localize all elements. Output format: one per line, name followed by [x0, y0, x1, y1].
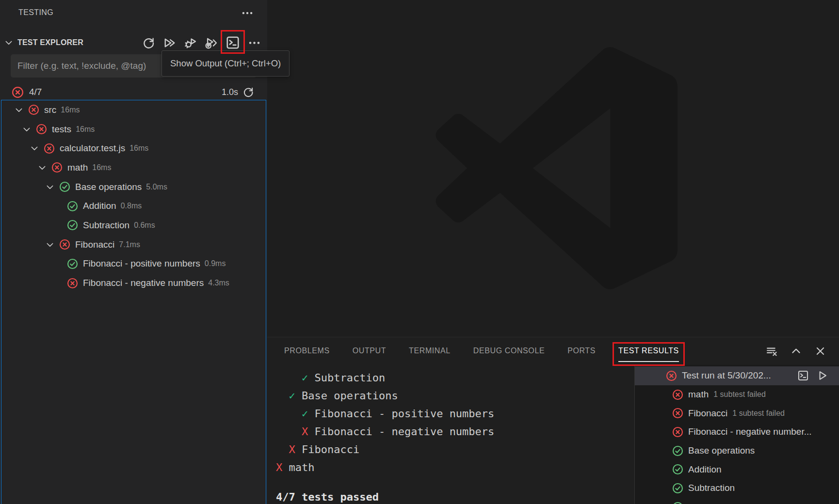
- test-explorer-header[interactable]: TEST EXPLORER: [0, 30, 267, 55]
- chevron-down-icon[interactable]: [14, 105, 24, 115]
- output-indent: [276, 443, 289, 456]
- show-output-button[interactable]: [226, 35, 240, 50]
- test-tree-row[interactable]: math16ms: [1, 158, 266, 177]
- chevron-down-icon[interactable]: [22, 125, 32, 134]
- chevron-down-icon[interactable]: [45, 182, 55, 192]
- clear-output-icon[interactable]: [766, 345, 778, 357]
- test-tree-row[interactable]: calculator.test.js16ms: [1, 139, 266, 158]
- pass-mark: ✓: [289, 390, 295, 402]
- run-all-tests-icon[interactable]: [163, 36, 176, 49]
- test-tree-row[interactable]: Fibonacci - negative numbers4.3ms: [1, 273, 266, 293]
- output-indent: [276, 390, 289, 402]
- sidebar-more-actions-icon[interactable]: [241, 7, 254, 19]
- test-label: src: [44, 105, 56, 115]
- run-row-actions: [797, 366, 828, 385]
- output-text: Fibonacci - negative numbers: [308, 425, 494, 438]
- tab-terminal[interactable]: TERMINAL: [409, 337, 451, 364]
- chevron-down-icon[interactable]: [30, 143, 39, 153]
- output-text: Base operations: [295, 390, 398, 402]
- panel-actions: [766, 337, 826, 364]
- tab-problems[interactable]: PROBLEMS: [284, 337, 330, 364]
- bottom-panel: PROBLEMSOUTPUTTERMINALDEBUG CONSOLEPORTS…: [267, 337, 839, 504]
- test-label: Subtraction: [83, 220, 129, 231]
- test-duration: 4.3ms: [208, 279, 229, 287]
- error-icon: [672, 426, 683, 438]
- chevron-down-icon[interactable]: [45, 240, 55, 250]
- test-run-row[interactable]: Test run at 5/30/202...: [635, 366, 839, 385]
- tab-test-results[interactable]: TEST RESULTS: [618, 337, 679, 364]
- test-result-row[interactable]: Fibonacci - negative number...: [635, 423, 839, 441]
- error-icon: [12, 86, 24, 98]
- tab-label: PROBLEMS: [284, 346, 330, 355]
- failed-count: 4/7: [12, 82, 42, 102]
- test-result-row[interactable]: Subtraction: [635, 479, 839, 498]
- test-tree-row[interactable]: Addition0.8ms: [1, 196, 266, 216]
- test-result-row[interactable]: [635, 498, 839, 504]
- pass-icon: [67, 220, 78, 231]
- refresh-tests-icon[interactable]: [142, 36, 155, 49]
- output-line: ✓ Subtraction: [276, 369, 634, 387]
- pass-icon: [672, 502, 683, 504]
- chevron-down-icon[interactable]: [4, 38, 14, 47]
- test-run-history-tree: Test run at 5/30/202...math1 subtest fai…: [634, 365, 839, 504]
- result-label: Fibonacci: [688, 408, 727, 419]
- error-icon: [666, 370, 677, 381]
- tab-label: OUTPUT: [353, 346, 386, 355]
- test-tree-row[interactable]: Subtraction0.6ms: [1, 216, 266, 235]
- test-result-row[interactable]: Addition: [635, 460, 839, 479]
- test-tree-row[interactable]: Fibonacci - positive numbers0.9ms: [1, 254, 266, 274]
- output-line: X Fibonacci: [276, 441, 634, 458]
- output-text: math: [282, 461, 314, 473]
- close-panel-icon[interactable]: [814, 345, 826, 357]
- test-tree-row[interactable]: Fibonacci7.1ms: [1, 235, 266, 254]
- tab-output[interactable]: OUTPUT: [353, 337, 386, 364]
- show-run-output-icon[interactable]: [797, 370, 809, 381]
- output-indent: [276, 425, 302, 438]
- test-duration: 7.1ms: [119, 240, 140, 249]
- error-icon: [28, 104, 39, 115]
- test-duration: 16ms: [61, 106, 80, 114]
- test-result-row[interactable]: Fibonacci1 subtest failed: [635, 404, 839, 423]
- run-tests-with-coverage-icon[interactable]: [205, 36, 218, 49]
- output-indent: [276, 372, 302, 384]
- output-line: X Fibonacci - negative numbers: [276, 423, 634, 441]
- error-icon: [59, 239, 70, 250]
- tooltip: Show Output (Ctrl+; Ctrl+O): [161, 50, 290, 77]
- tab-debug-console[interactable]: DEBUG CONSOLE: [473, 337, 545, 364]
- failed-ratio: 4/7: [29, 87, 42, 97]
- pass-icon: [672, 483, 683, 494]
- output-line: X math: [276, 458, 634, 476]
- result-subtext: 1 subtest failed: [732, 409, 785, 418]
- test-tree-row[interactable]: tests16ms: [1, 120, 266, 139]
- test-duration: 16ms: [76, 125, 95, 134]
- error-icon: [672, 389, 683, 400]
- tab-ports[interactable]: PORTS: [567, 337, 596, 364]
- editor-area: [267, 0, 839, 337]
- error-icon: [44, 143, 55, 154]
- more-actions-icon[interactable]: [248, 36, 261, 49]
- output-text: Subtraction: [308, 372, 385, 384]
- pass-icon: [672, 464, 683, 475]
- result-label: Fibonacci - negative number...: [688, 426, 812, 437]
- output-text: Fibonacci: [295, 443, 359, 456]
- output-lines: ✓ Subtraction ✓ Base operations ✓ Fibona…: [267, 364, 634, 504]
- test-results-output[interactable]: ✓ Subtraction ✓ Base operations ✓ Fibona…: [267, 364, 634, 504]
- debug-tests-icon[interactable]: [184, 36, 197, 49]
- test-explorer-title: TEST EXPLORER: [17, 38, 83, 47]
- tooltip-text: Show Output (Ctrl+; Ctrl+O): [170, 58, 281, 69]
- chevron-down-icon[interactable]: [37, 163, 47, 173]
- rerun-icon[interactable]: [817, 370, 828, 381]
- pass-icon: [672, 445, 683, 457]
- maximize-panel-icon[interactable]: [790, 345, 802, 357]
- output-indent: [276, 408, 302, 420]
- test-tree-row[interactable]: src16ms: [1, 100, 266, 120]
- test-result-row[interactable]: Base operations: [635, 441, 839, 460]
- test-tree-row[interactable]: Base operations5.0ms: [1, 177, 266, 197]
- test-result-row[interactable]: math1 subtest failed: [635, 385, 839, 404]
- tab-label: DEBUG CONSOLE: [473, 346, 545, 355]
- sidebar-title-bar: TESTING: [0, 0, 267, 25]
- annotation-red-box: [613, 342, 685, 366]
- pass-icon: [67, 258, 78, 269]
- test-label: Fibonacci - negative numbers: [83, 278, 204, 288]
- refresh-icon[interactable]: [242, 86, 254, 98]
